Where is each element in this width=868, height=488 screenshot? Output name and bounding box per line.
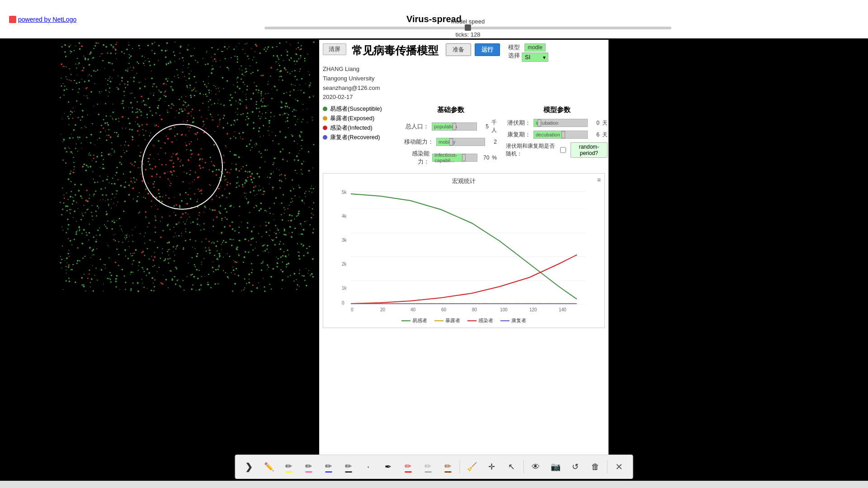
chart-svg: 5k 4k 3k 2k 1k 0 0 20 40 60 80 100 120 1… xyxy=(327,187,601,314)
chart-legend-susceptible-label: 易感者 xyxy=(412,317,427,324)
author-info: ZHANG Liang Tiangong University seanzhan… xyxy=(323,65,605,102)
infected-dot xyxy=(323,126,327,130)
close-button[interactable]: ✕ xyxy=(610,458,628,476)
pink-marker-button[interactable]: ✏ xyxy=(300,458,318,476)
random-period-checkbox[interactable] xyxy=(560,147,566,153)
simulation-canvas xyxy=(58,40,316,294)
ticks-label: ticks: 128 xyxy=(456,31,481,38)
svg-text:1k: 1k xyxy=(342,286,347,291)
yellow-marker-button[interactable]: ✏ xyxy=(280,458,298,476)
decubation-slider-name: decubation xyxy=(536,132,560,137)
svg-text:80: 80 xyxy=(472,307,477,312)
infectious-slider-name: infectious-capabil... xyxy=(434,152,477,163)
svg-text:0: 0 xyxy=(351,307,354,312)
prepare-button[interactable]: 准备 xyxy=(446,43,471,56)
speed-slider-thumb[interactable] xyxy=(465,24,471,31)
undo-button[interactable]: ↺ xyxy=(566,458,585,476)
svg-text:5k: 5k xyxy=(342,190,347,195)
black-pen-button[interactable]: ✒ xyxy=(379,458,397,476)
chart-legend-exposed-label: 暴露者 xyxy=(445,317,460,324)
top-bar: powered by NetLogo Virus-spread model sp… xyxy=(0,0,868,38)
eraser-button[interactable]: 🧹 xyxy=(463,458,481,476)
pencil-tool-button[interactable]: ✏️ xyxy=(260,458,278,476)
recovered-label: 康复者(Recovered) xyxy=(330,133,380,141)
model-dropdown[interactable]: SI SIS SIR SEIR xyxy=(522,52,548,62)
speed-area: model speed ticks: 128 xyxy=(122,18,814,38)
decubation-slider[interactable]: decubation xyxy=(533,131,588,139)
view-button[interactable]: 👁 xyxy=(527,458,545,476)
mobility-slider[interactable]: mobility xyxy=(436,138,485,146)
chart-area: 宏观统计 ≡ 5k 4k 3k 2k 1k 0 0 20 40 60 80 10… xyxy=(323,173,605,328)
arrow-tool-button[interactable]: ❯ xyxy=(240,458,258,476)
speed-label: model speed xyxy=(451,18,485,25)
speed-slider[interactable] xyxy=(264,27,671,29)
light-marker-button[interactable]: ✏ xyxy=(419,458,437,476)
susceptible-label: 易感者(Susceptible) xyxy=(330,105,382,113)
model-mode-label: modle xyxy=(524,43,546,52)
population-slider-thumb[interactable] xyxy=(453,123,456,130)
dot-tool-button[interactable]: · xyxy=(359,458,377,476)
model-select-section: 模型 选择 modle SI SIS SIR SEIR xyxy=(508,43,548,62)
university: Tiangong University xyxy=(323,74,605,84)
incubation-value: 0 xyxy=(590,120,599,126)
incubation-unit: 天 xyxy=(602,119,608,127)
susceptible-dot xyxy=(323,107,327,111)
author-name: ZHANG Liang xyxy=(323,65,605,74)
svg-text:140: 140 xyxy=(559,307,566,312)
infectious-slider[interactable]: infectious-capabil... xyxy=(432,154,477,162)
legend: 易感者(Susceptible) 暴露者(Exposed) 感染者(Infect… xyxy=(323,105,395,165)
decubation-value: 6 xyxy=(590,131,599,138)
move-button[interactable]: ✛ xyxy=(483,458,501,476)
chart-menu-icon[interactable]: ≡ xyxy=(597,176,601,183)
svg-text:4k: 4k xyxy=(342,214,347,219)
incubation-slider[interactable]: incubation xyxy=(533,119,588,127)
model-select-title2: 选择 xyxy=(508,52,520,60)
exposed-label: 暴露者(Exposed) xyxy=(330,114,374,122)
decubation-label: 康复期： xyxy=(506,131,531,139)
model-dropdown-wrapper[interactable]: SI SIS SIR SEIR xyxy=(522,52,548,62)
netlogo-link[interactable]: powered by NetLogo xyxy=(9,16,76,23)
population-label: 总人口： xyxy=(404,122,429,131)
model-params-title: 模型参数 xyxy=(506,105,608,115)
svg-text:3k: 3k xyxy=(342,238,347,243)
mobility-value: 2 xyxy=(488,139,497,145)
right-panel: 清屏 常见病毒传播模型 准备 运行 模型 选择 modle SI SIS SIR xyxy=(319,40,609,479)
svg-text:20: 20 xyxy=(380,307,386,312)
random-period-label: 潜伏期和康复期是否随机： xyxy=(506,142,556,158)
toolbar-divider-3 xyxy=(607,460,608,474)
basic-params-title: 基础参数 xyxy=(404,105,497,115)
population-slider[interactable]: population xyxy=(432,122,477,131)
clear-button[interactable]: 清屏 xyxy=(323,43,346,55)
infected-label: 感染者(Infected) xyxy=(330,124,373,132)
decubation-slider-thumb[interactable] xyxy=(561,131,565,138)
svg-text:2k: 2k xyxy=(342,262,347,267)
camera-button[interactable]: 📷 xyxy=(547,458,565,476)
mobility-row: 移动能力： mobility 2 xyxy=(404,138,497,146)
population-value: 5 xyxy=(480,123,489,130)
run-button[interactable]: 运行 xyxy=(475,43,500,56)
model-select-title1: 模型 xyxy=(508,43,520,52)
model-params: 模型参数 潜伏期： incubation 0 天 康复期： decubation… xyxy=(506,105,608,169)
date: 2020-02-17 xyxy=(323,93,605,102)
dots-canvas xyxy=(58,40,316,294)
svg-text:60: 60 xyxy=(441,307,447,312)
model-title: 常见病毒传播模型 xyxy=(350,43,440,58)
infectious-slider-thumb[interactable] xyxy=(462,154,466,161)
mobility-label: 移动能力： xyxy=(404,138,434,146)
email: seanzhang@126.com xyxy=(323,84,605,93)
blue-marker-button[interactable]: ✏ xyxy=(320,458,338,476)
incubation-slider-thumb[interactable] xyxy=(538,119,541,127)
legend-susceptible: 易感者(Susceptible) xyxy=(323,105,395,113)
dark-marker-button[interactable]: ✏ xyxy=(340,458,358,476)
mobility-slider-thumb[interactable] xyxy=(449,138,453,145)
brown-marker-button[interactable]: ✏ xyxy=(439,458,457,476)
legend-infected: 感染者(Infected) xyxy=(323,124,395,132)
bottom-scrollbar[interactable] xyxy=(0,481,868,488)
red-marker-button[interactable]: ✏ xyxy=(399,458,417,476)
svg-text:120: 120 xyxy=(529,307,537,312)
random-period-button[interactable]: random-period? xyxy=(571,142,608,158)
legend-exposed: 暴露者(Exposed) xyxy=(323,114,395,122)
population-unit: 千人 xyxy=(491,119,497,134)
delete-button[interactable]: 🗑 xyxy=(586,458,604,476)
select-button[interactable]: ↖ xyxy=(503,458,521,476)
